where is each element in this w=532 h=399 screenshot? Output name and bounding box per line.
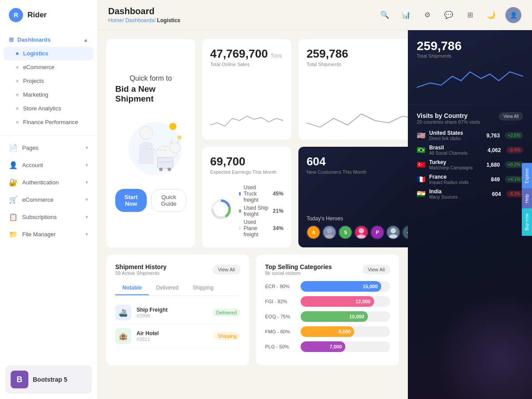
shipment-id-2: #2811 [137,336,209,342]
plane-dot [239,227,241,230]
hero-avatar-3[interactable]: S [338,225,352,239]
visits-title: Visits by Country [417,112,480,119]
logo[interactable]: R Rider [0,0,97,30]
earnings-value: 69,700 [210,155,283,168]
visits-view-all-button[interactable]: View All [499,112,523,121]
sidebar-item-pages[interactable]: 📄 Pages ▾ [0,139,97,156]
grid-icon: ⊞ [9,36,14,43]
country-name-us: United States [429,130,483,136]
hero-avatar-4[interactable] [354,225,368,239]
hero-avatar-more[interactable]: +2 [402,225,408,239]
cat-label-plg: PLG - 50% [265,344,296,349]
cat-label-eoq: EOQ - 75% [265,314,296,319]
chat-icon[interactable]: 💬 [442,8,456,22]
moon-icon[interactable]: 🌙 [484,8,498,22]
help-tab[interactable]: Help [522,188,532,208]
hero-avatar-2[interactable] [322,225,336,239]
svg-point-5 [170,142,180,153]
content: Quick form to Bid a New Shipment [98,30,532,399]
sidebar: R Rider ⊞ Dashboards ▲ Logistics eCommer… [0,0,98,399]
tab-notable[interactable]: Notable [115,281,149,295]
svg-point-18 [357,234,366,239]
grid-view-icon[interactable]: ⊞ [463,8,477,22]
dashboards-group[interactable]: ⊞ Dashboards ▲ [0,33,97,47]
cat-bar-bg-fmg: 8,000 [301,326,390,337]
ship-dot [239,209,241,213]
shipment-view-all-button[interactable]: View All [213,265,240,274]
country-source-tr: Mailchimp Campaigns [429,165,483,170]
dark-shipments-chart [417,63,523,94]
breadcrumb-home[interactable]: Home/ [108,17,124,23]
bootstrap-promo[interactable]: B Bootstrap 5 [5,365,92,394]
total-sales-unit: Tons [270,53,282,59]
dot [16,66,19,69]
settings-icon[interactable]: ⚙ [420,8,434,22]
quick-guide-button[interactable]: Quick Guide [151,189,186,212]
country-source-us: Direct link clicks [429,136,483,141]
earnings-card: 69,700 Expected Earnings This Month [202,147,291,247]
visits-subtitle: 20 countries share 97% visits [417,119,480,125]
shipment-name-1: Ship Freight [137,307,207,313]
search-icon[interactable]: 🔍 [378,8,392,22]
country-info-us: United States Direct link clicks [429,130,483,141]
start-now-button[interactable]: Start Now [115,189,147,212]
country-visits-tr: 1,680 [486,162,500,168]
hero-buttons: Start Now Quick Guide [115,189,186,212]
buy-now-tab[interactable]: Buy now [522,208,532,236]
sidebar-item-projects[interactable]: Projects [0,74,97,88]
user-avatar[interactable]: 👤 [505,7,521,23]
tab-shipping[interactable]: Shipping [186,281,221,295]
categories-title: Top Selling Categories [265,263,332,270]
sidebar-item-ecommerce-main[interactable]: 🛒 eCommerce ▾ [0,191,97,208]
flag-in: 🇮🇳 [417,190,426,198]
total-sales-card: 47,769,700 Tons Total Online Sales [202,39,291,140]
country-name-br: Brasil [429,145,484,151]
sidebar-item-finance[interactable]: Finance Performance [0,115,97,129]
sidebar-item-marketing[interactable]: Marketing [0,88,97,102]
sidebar-item-authentication[interactable]: 🔐 Authentication ▾ [0,174,97,191]
total-shipments-card: 259,786 Total Shipments [298,39,408,140]
country-info-in: India Many Sources [429,188,489,200]
visits-section: Visits by Country 20 countries share 97%… [408,105,532,399]
sidebar-item-logistics[interactable]: Logistics [4,47,94,60]
breadcrumb: Home/ Dashboards/ Logistics [108,17,180,23]
sidebar-item-subscriptions[interactable]: 📋 Subscriptions ▾ [0,208,97,226]
category-row-eoq: EOQ - 75% 10,000 [265,311,390,322]
hero-illustration [115,115,186,177]
explore-tab[interactable]: Explore [522,163,532,189]
donut-legend: Used Truck freight 45% Used Ship freight [239,184,284,239]
sidebar-item-file-manager[interactable]: 📁 File Manager ▾ [0,226,97,243]
category-row-fgi: FGI - 82% 12,000 [265,296,390,307]
tab-delivered[interactable]: Delivered [149,281,186,295]
breadcrumb-dashboards[interactable]: Dashboards/ [125,17,156,23]
breadcrumb-current: Logistics [157,17,180,23]
svg-point-1 [169,123,176,130]
svg-point-9 [159,168,163,171]
total-shipments-label: Total Shipments [306,62,408,67]
total-shipments-value: 259,786 [306,47,408,61]
country-row-fr: 🇫🇷 France Impact Radius visits 849 +4.1% [417,174,523,185]
chevron-icon: ▾ [86,180,88,185]
svg-point-2 [177,135,182,140]
svg-point-20 [389,234,398,239]
hero-avatar-5[interactable]: P [370,225,384,239]
country-info-tr: Turkey Mailchimp Campaigns [429,159,483,170]
categories-view-all-button[interactable]: View All [363,265,390,274]
chart-icon[interactable]: 📊 [399,8,413,22]
sidebar-item-ecommerce[interactable]: eCommerce [0,60,97,74]
dot [16,94,19,96]
categories-card: Top Selling Categories 8k social visitor… [256,254,399,365]
account-icon: 👤 [9,161,18,169]
chevron-icon: ▾ [86,162,88,168]
sidebar-item-store-analytics[interactable]: Store Analytics [0,102,97,115]
country-source-fr: Impact Radius visits [429,180,487,185]
main-content: Quick form to Bid a New Shipment [98,30,408,399]
flag-us: 🇺🇸 [417,131,426,140]
hero-avatar-1[interactable]: A [306,225,321,239]
sidebar-item-account[interactable]: 👤 Account ▾ [0,156,97,174]
customers-value: 604 [306,155,408,168]
svg-point-17 [359,228,364,233]
svg-point-15 [327,228,332,233]
hero-avatar-6[interactable] [386,225,400,239]
chevron-icon: ▾ [86,214,88,220]
